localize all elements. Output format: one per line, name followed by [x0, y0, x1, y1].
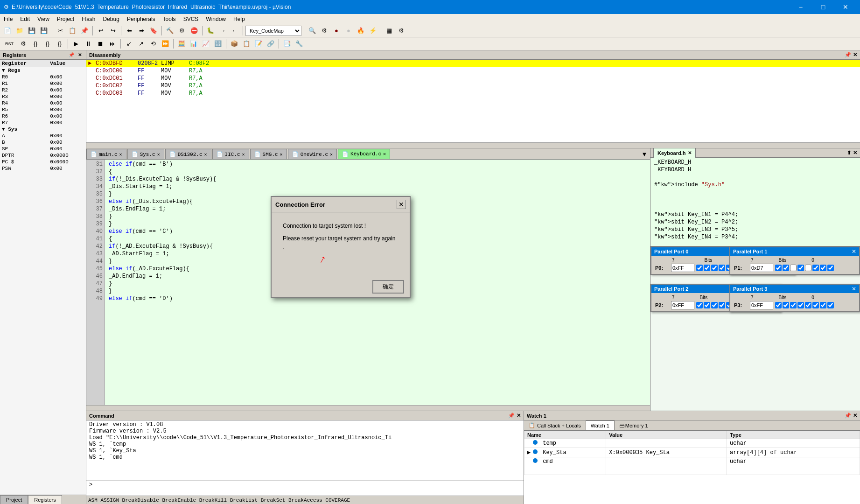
- tb2-b19[interactable]: 📝: [253, 39, 264, 49]
- cut-btn[interactable]: ✂: [55, 26, 66, 36]
- port-2-bit7[interactable]: [696, 302, 703, 308]
- tb2-b12[interactable]: ⏩: [160, 39, 171, 49]
- menu-view[interactable]: View: [34, 14, 53, 24]
- right-panel-close-icon[interactable]: ✕: [853, 150, 857, 156]
- port-0-bit6[interactable]: [704, 265, 710, 271]
- tab-close-icon[interactable]: ✕: [330, 152, 333, 157]
- registers-pin-icon[interactable]: 📌: [68, 52, 75, 58]
- tb2-b3[interactable]: {}: [42, 39, 53, 49]
- tb2-b14[interactable]: 📊: [188, 39, 199, 49]
- port-1-bit6[interactable]: [783, 265, 789, 271]
- port-2-value[interactable]: [671, 301, 694, 309]
- port-3-close[interactable]: ✕: [852, 286, 856, 292]
- menu-edit[interactable]: Edit: [16, 14, 34, 24]
- bookmark-btn[interactable]: 🔖: [148, 26, 159, 36]
- port-1-bit4[interactable]: [797, 265, 804, 271]
- port-3-bit0[interactable]: [827, 302, 834, 308]
- tab-close-icon[interactable]: ✕: [280, 152, 283, 157]
- open-file-btn[interactable]: 📁: [14, 26, 25, 36]
- tab-iicc[interactable]: 📄 IIC.c ✕: [212, 149, 249, 159]
- outdent-btn[interactable]: ←: [229, 26, 240, 36]
- tab-close-icon[interactable]: ✕: [119, 152, 122, 157]
- port-1-value[interactable]: [750, 264, 773, 272]
- menu-flash[interactable]: Flash: [78, 14, 99, 24]
- redo-btn[interactable]: ↪: [107, 26, 119, 36]
- port-2-bit4[interactable]: [719, 302, 725, 308]
- right-code-content[interactable]: _KEYBOARD_H _KEYBOARD_H #"kw">include "S…: [650, 158, 860, 246]
- port-3-value[interactable]: [750, 301, 773, 309]
- port-2-bit6[interactable]: [704, 302, 710, 308]
- rebuild-btn[interactable]: ⚙: [176, 26, 188, 36]
- tab-smgc[interactable]: 📄 SMG.c ✕: [250, 149, 287, 159]
- port-0-bit4[interactable]: [719, 265, 725, 271]
- maximize-button[interactable]: □: [812, 0, 834, 14]
- close-button[interactable]: ✕: [835, 0, 856, 14]
- reset-btn[interactable]: ⚡: [367, 26, 378, 36]
- watch-pin-icon[interactable]: 📌: [845, 413, 851, 419]
- undo-btn[interactable]: ↩: [95, 26, 106, 36]
- tab-onewirec[interactable]: 📄 OneWire.c ✕: [288, 149, 337, 159]
- tb2-b16[interactable]: 🔢: [212, 39, 224, 49]
- stop-btn[interactable]: ⛔: [189, 26, 200, 36]
- disasm-row[interactable]: C:0xDC02 FF MOV R7,A: [86, 82, 860, 90]
- search-btn[interactable]: 🔍: [307, 26, 318, 36]
- tb2-b9[interactable]: ↙: [123, 39, 134, 49]
- tab-overflow-btn[interactable]: ▼: [639, 149, 650, 159]
- menu-window[interactable]: Window: [202, 14, 230, 24]
- stop2-btn[interactable]: ●: [343, 26, 354, 36]
- tab-mainc[interactable]: 📄 main.c ✕: [86, 149, 126, 159]
- tb2-b17[interactable]: 📦: [229, 39, 240, 49]
- option1-btn[interactable]: ▦: [384, 26, 395, 36]
- minimize-button[interactable]: −: [790, 0, 811, 14]
- command-input[interactable]: [89, 488, 521, 495]
- save-all-btn[interactable]: 💾: [38, 26, 49, 36]
- port-1-bit1[interactable]: [820, 265, 826, 271]
- disasm-row[interactable]: C:0xDC01 FF MOV R7,A: [86, 75, 860, 82]
- copy-btn[interactable]: 📋: [67, 26, 78, 36]
- tb2-b5[interactable]: ▶: [70, 39, 82, 49]
- port-3-bit5[interactable]: [790, 302, 797, 308]
- expand-icon[interactable]: ▶: [527, 449, 532, 456]
- modal-close-button[interactable]: ✕: [397, 200, 406, 209]
- watch-close-icon[interactable]: ✕: [853, 413, 857, 419]
- port-0-value[interactable]: [671, 264, 694, 272]
- indent-btn[interactable]: →: [217, 26, 228, 36]
- port-1-bit2[interactable]: [812, 265, 819, 271]
- modal-confirm-button[interactable]: 确定: [372, 280, 404, 294]
- debug-btn[interactable]: 🐛: [205, 26, 216, 36]
- new-file-btn[interactable]: 📄: [2, 26, 13, 36]
- command-close-icon[interactable]: ✕: [517, 413, 521, 419]
- expand-icon[interactable]: ▼: [2, 68, 5, 73]
- disassembly-content[interactable]: ► C:0xDBFD 0208F2 LJMP C:08F2 C:0xDC00 F…: [86, 60, 860, 142]
- command-pin-icon[interactable]: 📌: [508, 413, 515, 419]
- settings-btn[interactable]: ⚙: [319, 26, 330, 36]
- disasm-hscroll[interactable]: [86, 142, 860, 148]
- port-3-bit1[interactable]: [820, 302, 826, 308]
- port-1-bit0[interactable]: [827, 265, 834, 271]
- run-btn[interactable]: ●: [331, 26, 342, 36]
- menu-help[interactable]: Help: [230, 14, 249, 24]
- registers-tab[interactable]: Registers: [28, 495, 62, 504]
- port-1-bit3[interactable]: [805, 265, 811, 271]
- disasm-row[interactable]: ► C:0xDBFD 0208F2 LJMP C:08F2: [86, 60, 860, 67]
- project-tab[interactable]: Project: [0, 495, 28, 504]
- tab-close-icon[interactable]: ✕: [157, 152, 160, 157]
- tab-close-icon[interactable]: ✕: [242, 152, 245, 157]
- paste-btn[interactable]: 📌: [79, 26, 90, 36]
- tb2-b8[interactable]: ⏭: [107, 39, 118, 49]
- tb2-b10[interactable]: ↗: [135, 39, 147, 49]
- tb2-b21[interactable]: 📑: [281, 39, 293, 49]
- port-3-bit6[interactable]: [783, 302, 789, 308]
- tab-keyboardc[interactable]: 📄 Keyboard.c ✕: [338, 149, 390, 159]
- tab-call-stack[interactable]: 📋 Call Stack + Locals: [524, 420, 586, 430]
- port-2-bit5[interactable]: [711, 302, 718, 308]
- tab-memory1[interactable]: 🗃 Memory 1: [615, 420, 653, 430]
- tab-close-icon[interactable]: ✕: [383, 151, 386, 157]
- code-hscroll[interactable]: [86, 405, 650, 411]
- port-0-bit7[interactable]: [696, 265, 703, 271]
- menu-debug[interactable]: Debug: [99, 14, 123, 24]
- rst-btn[interactable]: RST: [2, 39, 17, 49]
- menu-peripherals[interactable]: Peripherals: [123, 14, 159, 24]
- disasm-row[interactable]: C:0xDC03 FF MOV R7,A: [86, 90, 860, 97]
- port-0-bit5[interactable]: [711, 265, 718, 271]
